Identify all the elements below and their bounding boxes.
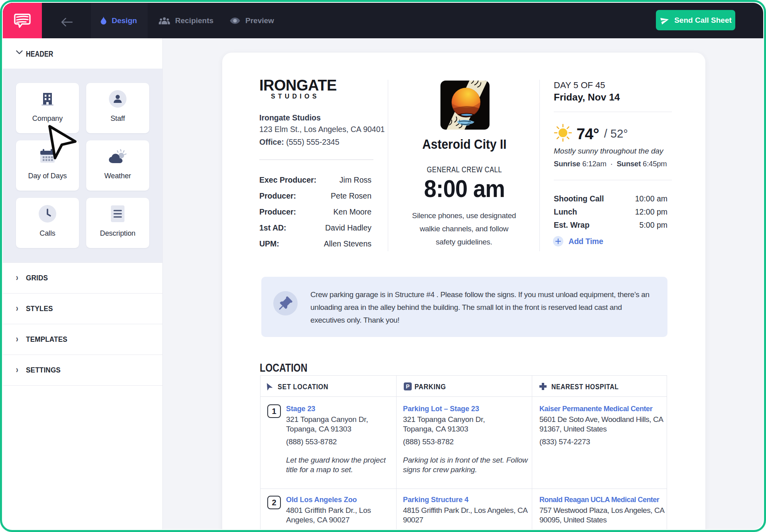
svg-text:P: P — [406, 383, 409, 390]
